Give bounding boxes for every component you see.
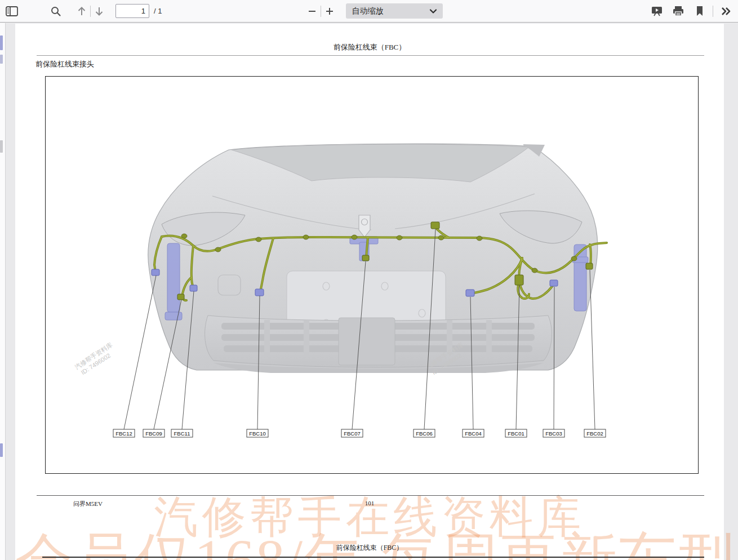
page-title: 前保险杠线束（FBC） xyxy=(15,42,724,52)
connector-label-fbc10: FBC10 xyxy=(249,430,266,437)
connector-label-fbc02: FBC02 xyxy=(586,430,603,437)
leader-line-fbc02 xyxy=(590,270,595,429)
next-page-rule xyxy=(42,557,704,558)
connector-label-fbc07: FBC07 xyxy=(344,430,361,437)
more-tools-button[interactable] xyxy=(718,3,735,20)
sidebar-toggle-button[interactable] xyxy=(3,3,20,20)
more-tools-icon xyxy=(721,6,732,16)
sidebar-panel-edge[interactable] xyxy=(0,23,6,560)
connector-label-fbc04: FBC04 xyxy=(465,430,482,437)
connector-fbc06 xyxy=(431,222,439,229)
print-icon xyxy=(672,6,684,17)
search-button[interactable] xyxy=(47,3,64,20)
watermark-line1: 汽修帮手在线资料库 xyxy=(15,488,724,547)
connector-label-fbc01: FBC01 xyxy=(508,430,524,437)
toolbar-divider xyxy=(713,6,713,17)
next-page-title: 前保险杠线束（FBC） xyxy=(15,543,724,553)
next-page-button[interactable] xyxy=(91,3,108,20)
connector-label-fbc06: FBC06 xyxy=(416,430,433,437)
connector-fbc01 xyxy=(515,275,523,285)
connector-label-fbc03: FBC03 xyxy=(545,430,562,437)
page-number-input[interactable] xyxy=(115,4,149,18)
connector-fbc03 xyxy=(550,280,558,286)
sidebar-toggle-icon xyxy=(6,6,18,16)
connector-fbc11 xyxy=(190,285,197,291)
sidebar-thumb-fragment xyxy=(0,35,3,50)
connector-label-fbc11: FBC11 xyxy=(174,430,190,437)
zoom-in-button[interactable] xyxy=(321,3,338,20)
section-heading: 前保险杠线束接头 xyxy=(35,59,94,69)
connector-fbc02 xyxy=(586,263,593,269)
search-icon xyxy=(50,6,61,17)
pdf-toolbar: / 1 自动缩放 xyxy=(0,0,738,23)
front-bumper-harness-diagram: 汽修帮手资料库ID: 7496002 汽修帮手资料库ID: 7496002 FB… xyxy=(46,77,699,474)
footer-page-number: 101 xyxy=(15,500,724,506)
sidebar-thumb-fragment xyxy=(0,140,3,153)
page-count-label: / 1 xyxy=(154,7,162,15)
header-rule xyxy=(37,55,704,56)
leader-line-fbc12 xyxy=(124,275,156,429)
connector-label-fbc09: FBC09 xyxy=(145,430,162,437)
zoom-out-icon xyxy=(308,7,317,16)
connector-fbc07 xyxy=(362,255,369,261)
print-button[interactable] xyxy=(670,3,687,20)
car-illustration xyxy=(148,144,598,373)
zoom-out-button[interactable] xyxy=(304,3,321,20)
connector-fbc09 xyxy=(177,294,184,300)
zoom-dropdown[interactable]: 自动缩放 xyxy=(346,3,443,19)
page-down-icon xyxy=(94,6,104,17)
bookmark-button[interactable] xyxy=(691,3,708,20)
connector-fbc10 xyxy=(255,289,264,296)
connector-labels: FBC12FBC09FBC11FBC10FBC07FBC06FBC04FBC01… xyxy=(113,429,606,437)
sidebar-thumb-fragment xyxy=(0,55,3,64)
connector-label-fbc12: FBC12 xyxy=(115,430,132,437)
watermark-line2: 会员仅168/年 每周更新车型 xyxy=(15,522,724,560)
page-up-icon xyxy=(77,6,87,17)
previous-page-button[interactable] xyxy=(73,3,90,20)
connector-fbc12 xyxy=(152,269,159,275)
bookmark-icon xyxy=(695,6,704,17)
connector-fbc04 xyxy=(466,290,474,296)
chevron-down-icon xyxy=(429,8,437,14)
sidebar-thumb-fragment xyxy=(0,443,3,457)
wiring-diagram-figure: 汽修帮手资料库ID: 7496002 汽修帮手资料库ID: 7496002 FB… xyxy=(45,76,699,474)
zoom-dropdown-value: 自动缩放 xyxy=(352,6,429,16)
zoom-in-icon xyxy=(325,7,334,16)
pdf-page: 汽修帮手在线资料库 会员仅168/年 每周更新车型 前保险杠线束（FBC） 前保… xyxy=(15,24,724,560)
presentation-mode-icon xyxy=(651,6,663,17)
presentation-mode-button[interactable] xyxy=(648,3,665,20)
footer-rule xyxy=(37,495,704,496)
